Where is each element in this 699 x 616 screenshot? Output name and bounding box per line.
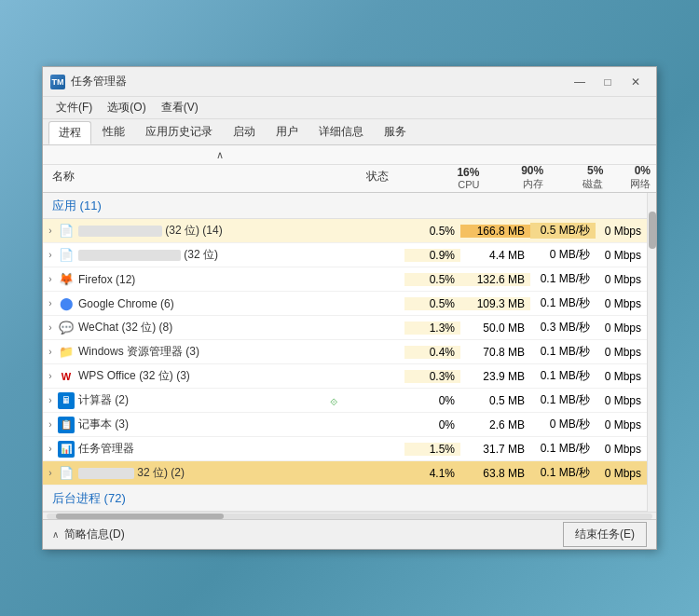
expand-icon[interactable]: › [43,444,58,454]
row-mem-9: 31.7 MB [460,443,530,456]
app-icon-taskmanager: 📊 [58,441,75,458]
row-cpu-3: 0.5% [404,297,460,310]
table-row[interactable]: › 🦊 Firefox (12) 0.5% 132.6 MB 0.1 MB/秒 … [43,267,647,292]
row-cpu-9: 1.5% [404,443,460,456]
menu-options[interactable]: 选项(O) [100,97,153,118]
minimize-button[interactable]: — [567,72,593,92]
row-mem-3: 109.3 MB [460,297,530,310]
expand-icon[interactable]: › [43,347,58,357]
row-mem-6: 23.9 MB [460,370,530,383]
table-row[interactable]: › 📁 Windows 资源管理器 (3) 0.4% 70.8 MB 0.1 M… [43,340,647,364]
tab-processes[interactable]: 进程 [48,121,91,144]
row-disk-10: 0.1 MB/秒 [530,465,596,481]
col-cpu-header[interactable]: 16% CPU [433,166,485,192]
table-row[interactable]: › 📋 记事本 (3) 0% 2.6 MB 0 MB/秒 0 Mbps [43,413,647,437]
row-name-calc: 计算器 (2) [78,392,330,408]
table-row[interactable]: › 🖩 计算器 (2) ⟐ 0% 0.5 MB 0.1 MB/秒 0 Mbps [43,389,647,413]
table-container: 应用 (11) › 📄 (32 位) (14) 0.5% 166.8 MB 0.… [43,193,656,512]
row-mem-5: 70.8 MB [460,346,530,359]
row-net-8: 0 Mbps [596,418,647,431]
section-bg-header[interactable]: 后台进程 (72) [43,486,647,512]
row-net-3: 0 Mbps [596,297,647,310]
col-disk-header[interactable]: 5% 磁盘 [549,164,609,193]
row-disk-3: 0.1 MB/秒 [530,295,596,311]
tab-services[interactable]: 服务 [375,121,416,143]
row-disk-7: 0.1 MB/秒 [530,392,596,408]
table-row[interactable]: › 📄 (32 位) (14) 0.5% 166.8 MB 0.5 MB/秒 0… [43,219,647,243]
menu-file[interactable]: 文件(F) [48,97,100,118]
expand-icon[interactable]: › [43,250,58,260]
col-status-header[interactable]: 状态 [366,169,434,188]
sort-row: ∧ [43,145,656,164]
end-task-button[interactable]: 结束任务(E) [563,522,647,547]
row-name-notepad: 记事本 (3) [78,417,330,432]
row-disk-5: 0.1 MB/秒 [530,344,596,360]
tab-performance[interactable]: 性能 [93,121,134,143]
menu-bar: 文件(F) 选项(O) 查看(V) [43,97,656,119]
row-net-6: 0 Mbps [596,370,647,383]
row-cpu-6: 0.3% [404,370,460,383]
app-icon-firefox: 🦊 [58,271,75,288]
close-button[interactable]: ✕ [623,72,649,92]
expand-icon[interactable]: › [43,468,58,478]
row-cpu-8: 0% [404,418,460,431]
task-manager-window: TM 任务管理器 — □ ✕ 文件(F) 选项(O) 查看(V) 进程 性能 应… [42,66,657,550]
expand-icon[interactable]: › [43,419,58,430]
row-mem-1: 4.4 MB [460,249,530,262]
row-cpu-4: 1.3% [404,322,460,335]
row-mem-10: 63.8 MB [460,467,530,480]
row-name-firefox: Firefox (12) [78,273,330,286]
app-icon: TM [50,75,65,89]
tab-users[interactable]: 用户 [267,121,308,143]
expand-icon[interactable]: › [43,371,58,381]
table-row[interactable]: › 📊 任务管理器 1.5% 31.7 MB 0.1 MB/秒 0 Mbps [43,437,647,461]
row-disk-4: 0.3 MB/秒 [530,320,596,335]
vertical-scrollbar[interactable] [647,193,656,512]
app-icon-wechat: 💬 [58,320,75,336]
expand-icon[interactable]: › [43,226,58,236]
col-mem-header[interactable]: 90% 内存 [485,164,549,193]
row-name-taskmanager: 任务管理器 [78,441,330,457]
window-title: 任务管理器 [71,74,567,89]
row-cpu-0: 0.5% [404,225,460,238]
section-apps-header[interactable]: 应用 (11) [43,193,647,219]
col-net-header[interactable]: 0% 网络 [609,164,656,193]
scrollbar-thumb[interactable] [56,513,224,519]
row-disk-2: 0.1 MB/秒 [530,271,596,287]
tab-app-history[interactable]: 应用历史记录 [136,121,222,143]
col-name-header[interactable]: 名称 [43,169,366,188]
expand-icon[interactable]: › [43,274,58,284]
summary-info[interactable]: ∧ 简略信息(D) [52,527,125,542]
row-disk-8: 0 MB/秒 [530,417,596,432]
row-cpu-2: 0.5% [404,273,460,286]
table-row[interactable]: › 📄 32 位) (2) 4.1% 63.8 MB 0.1 MB/秒 0 Mb… [43,461,647,486]
table-row[interactable]: › ⬤ Google Chrome (6) 0.5% 109.3 MB 0.1 … [43,292,647,316]
row-disk-0: 0.5 MB/秒 [530,223,596,239]
row-name-1: (32 位) [78,247,330,263]
window-controls: — □ ✕ [567,72,649,92]
table-row[interactable]: › 📄 (32 位) 0.9% 4.4 MB 0 MB/秒 0 Mbps [43,243,647,267]
menu-view[interactable]: 查看(V) [154,97,206,118]
row-disk-1: 0 MB/秒 [530,247,596,263]
scroll-thumb[interactable] [649,212,656,249]
process-table: 应用 (11) › 📄 (32 位) (14) 0.5% 166.8 MB 0.… [43,193,647,512]
col-headers-row: 名称 状态 16% CPU 90% 内存 5% 磁盘 0% 网络 [43,164,656,192]
row-cpu-10: 4.1% [404,467,460,480]
expand-icon[interactable]: › [43,395,58,405]
expand-icon[interactable]: › [43,322,58,333]
maximize-button[interactable]: □ [595,72,621,92]
expand-icon[interactable]: › [43,298,58,308]
app-icon-notepad: 📋 [58,417,75,433]
row-name-explorer: Windows 资源管理器 (3) [78,344,330,360]
tab-startup[interactable]: 启动 [224,121,265,143]
summary-label: 简略信息(D) [64,527,125,542]
summary-arrow: ∧ [52,529,59,540]
table-row[interactable]: › W WPS Office (32 位) (3) 0.3% 23.9 MB 0… [43,364,647,389]
row-name-wps: WPS Office (32 位) (3) [78,368,330,384]
row-net-2: 0 Mbps [596,273,647,286]
table-row[interactable]: › 💬 WeChat (32 位) (8) 1.3% 50.0 MB 0.3 M… [43,316,647,340]
row-disk-9: 0.1 MB/秒 [530,441,596,457]
tab-details[interactable]: 详细信息 [309,121,373,143]
horizontal-scrollbar[interactable] [43,512,656,519]
row-net-10: 0 Mbps [596,467,647,480]
